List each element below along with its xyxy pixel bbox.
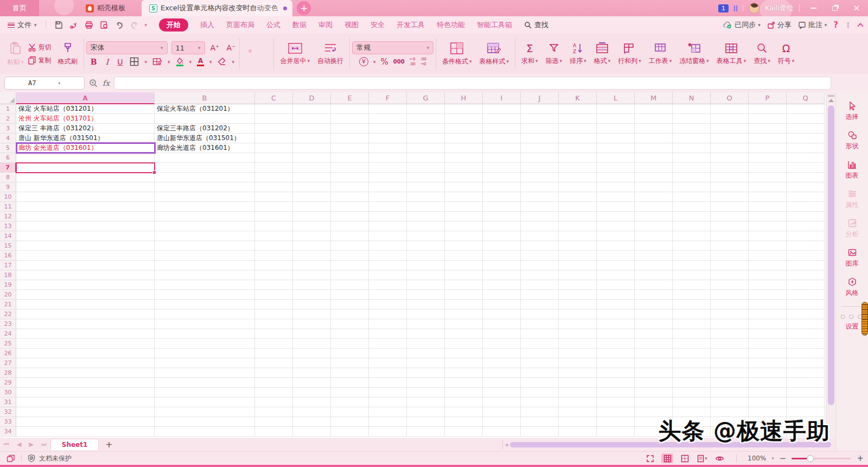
cell-G25[interactable] bbox=[407, 339, 445, 349]
cell-A8[interactable] bbox=[16, 173, 155, 182]
cell-O25[interactable] bbox=[711, 339, 749, 349]
cell-N4[interactable] bbox=[673, 134, 711, 143]
cell-Q8[interactable] bbox=[787, 173, 825, 182]
cell-J34[interactable] bbox=[521, 427, 559, 437]
cell-C28[interactable] bbox=[255, 368, 293, 378]
menu-tab-插入[interactable]: 插入 bbox=[200, 20, 214, 30]
cell-L10[interactable] bbox=[597, 192, 635, 202]
row-header-28[interactable]: 28 bbox=[0, 368, 16, 378]
sidebar-item-图表[interactable]: 图表 bbox=[836, 160, 868, 180]
cell-O1[interactable] bbox=[711, 104, 749, 114]
工作表-button[interactable]: 工作表▾ bbox=[645, 42, 676, 66]
cell-A23[interactable] bbox=[16, 319, 155, 329]
cell-N31[interactable] bbox=[673, 397, 711, 407]
formula-input[interactable] bbox=[114, 77, 831, 90]
cell-D19[interactable] bbox=[293, 280, 331, 290]
cell-C34[interactable] bbox=[255, 427, 293, 437]
cell-F22[interactable] bbox=[369, 310, 407, 319]
menu-tab-开发工具[interactable]: 开发工具 bbox=[397, 20, 425, 30]
cell-O5[interactable] bbox=[711, 143, 749, 153]
vertical-scroll-thumb[interactable] bbox=[828, 105, 834, 405]
cell-J16[interactable] bbox=[521, 251, 559, 261]
cell-F31[interactable] bbox=[369, 397, 407, 407]
cell-O22[interactable] bbox=[711, 310, 749, 319]
cell-N29[interactable] bbox=[673, 378, 711, 388]
cell-N5[interactable] bbox=[673, 143, 711, 153]
cell-F7[interactable] bbox=[369, 163, 407, 173]
cell-C22[interactable] bbox=[255, 310, 293, 319]
cell-I8[interactable] bbox=[483, 173, 521, 182]
cell-K15[interactable] bbox=[559, 241, 597, 251]
cell-Q10[interactable] bbox=[787, 192, 825, 202]
cell-D10[interactable] bbox=[293, 192, 331, 202]
cell-A1[interactable]: 保定 火车站店（031201） bbox=[16, 104, 155, 114]
cell-O18[interactable] bbox=[711, 270, 749, 280]
cell-K31[interactable] bbox=[559, 397, 597, 407]
cell-N1[interactable] bbox=[673, 104, 711, 114]
cell-G34[interactable] bbox=[407, 427, 445, 437]
cell-I2[interactable] bbox=[483, 114, 521, 124]
cell-E32[interactable] bbox=[331, 407, 369, 417]
sync-status[interactable]: 已同步▾ bbox=[723, 20, 761, 30]
cell-J1[interactable] bbox=[521, 104, 559, 114]
cell-C30[interactable] bbox=[255, 388, 293, 397]
decrease-font-button[interactable]: A⁻ bbox=[225, 43, 238, 52]
cell-M16[interactable] bbox=[635, 251, 673, 261]
vertical-scrollbar[interactable] bbox=[826, 92, 835, 438]
cell-E1[interactable] bbox=[331, 104, 369, 114]
sidebar-item-风格[interactable]: 风格 bbox=[836, 277, 868, 298]
cell-M9[interactable] bbox=[635, 182, 673, 192]
cell-L28[interactable] bbox=[597, 368, 635, 378]
cell-O31[interactable] bbox=[711, 397, 749, 407]
copy-button[interactable]: 复制 bbox=[28, 56, 52, 65]
cell-Q31[interactable] bbox=[787, 397, 825, 407]
cell-I23[interactable] bbox=[483, 319, 521, 329]
cell-P2[interactable] bbox=[749, 114, 787, 124]
row-header-9[interactable]: 9 bbox=[0, 182, 16, 192]
cell-I5[interactable] bbox=[483, 143, 521, 153]
cell-C21[interactable] bbox=[255, 300, 293, 310]
cell-E12[interactable] bbox=[331, 212, 369, 222]
cell-I11[interactable] bbox=[483, 202, 521, 212]
cell-H2[interactable] bbox=[445, 114, 483, 124]
cell-N8[interactable] bbox=[673, 173, 711, 182]
undo-icon[interactable] bbox=[114, 20, 124, 30]
cell-N12[interactable] bbox=[673, 212, 711, 222]
cell-Q19[interactable] bbox=[787, 280, 825, 290]
排序-button[interactable]: AZ排序▾ bbox=[566, 42, 590, 66]
cell-F24[interactable] bbox=[369, 329, 407, 339]
cell-C23[interactable] bbox=[255, 319, 293, 329]
cell-E21[interactable] bbox=[331, 300, 369, 310]
cell-K27[interactable] bbox=[559, 358, 597, 368]
cell-L21[interactable] bbox=[597, 300, 635, 310]
cell-I19[interactable] bbox=[483, 280, 521, 290]
cell-F10[interactable] bbox=[369, 192, 407, 202]
align-right-icon[interactable] bbox=[255, 55, 258, 59]
cell-I9[interactable] bbox=[483, 182, 521, 192]
cell-K19[interactable] bbox=[559, 280, 597, 290]
cell-O20[interactable] bbox=[711, 290, 749, 300]
cell-G15[interactable] bbox=[407, 241, 445, 251]
cell-L11[interactable] bbox=[597, 202, 635, 212]
cell-B28[interactable] bbox=[155, 368, 255, 378]
cell-M26[interactable] bbox=[635, 349, 673, 358]
cell-L9[interactable] bbox=[597, 182, 635, 192]
cell-H28[interactable] bbox=[445, 368, 483, 378]
row-header-20[interactable]: 20 bbox=[0, 290, 16, 300]
cell-G28[interactable] bbox=[407, 368, 445, 378]
tab-docer-templates[interactable]: 稻壳模板 bbox=[78, 0, 133, 16]
cell-P25[interactable] bbox=[749, 339, 787, 349]
cell-C10[interactable] bbox=[255, 192, 293, 202]
cell-Q14[interactable] bbox=[787, 231, 825, 241]
cell-C5[interactable] bbox=[255, 143, 293, 153]
cell-K24[interactable] bbox=[559, 329, 597, 339]
cell-H6[interactable] bbox=[445, 153, 483, 163]
cell-H12[interactable] bbox=[445, 212, 483, 222]
cell-J30[interactable] bbox=[521, 388, 559, 397]
cell-G8[interactable] bbox=[407, 173, 445, 182]
cell-I24[interactable] bbox=[483, 329, 521, 339]
cell-A13[interactable] bbox=[16, 222, 155, 231]
cell-O14[interactable] bbox=[711, 231, 749, 241]
row-header-27[interactable]: 27 bbox=[0, 358, 16, 368]
cell-E9[interactable] bbox=[331, 182, 369, 192]
